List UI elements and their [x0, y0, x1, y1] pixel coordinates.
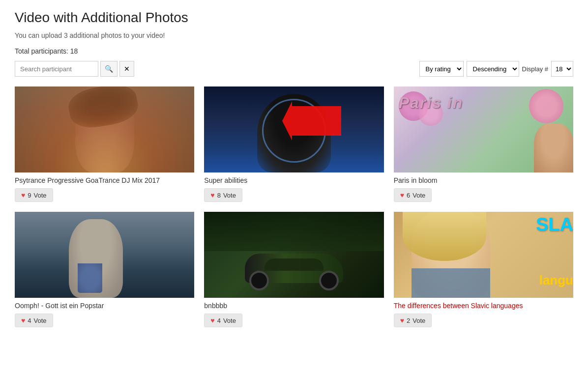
- card-4-vote-button[interactable]: ♥ 4 Vote: [15, 314, 53, 327]
- card-5-title: bnbbbb: [204, 298, 383, 312]
- order-select[interactable]: Descending Ascending: [467, 61, 519, 77]
- card-4-title: Oomph! - Gott ist ein Popstar: [15, 298, 194, 312]
- card-4: Oomph! - Gott ist ein Popstar ♥ 4 Vote: [15, 212, 194, 327]
- card-5-vote-label: Vote: [223, 317, 236, 324]
- paris-overlay-text: Paris in: [399, 94, 464, 112]
- card-5-thumbnail[interactable]: [204, 212, 383, 298]
- page-title: Video with Additional Photos: [15, 10, 573, 26]
- card-4-vote-row: ♥ 4 Vote: [15, 312, 194, 327]
- card-2-link[interactable]: Super abilities: [204, 176, 247, 184]
- card-1-vote-label: Vote: [34, 192, 47, 199]
- card-2-vote-label: Vote: [223, 192, 236, 199]
- search-button[interactable]: 🔍: [100, 61, 118, 77]
- heart-icon-2: ♥: [210, 191, 214, 199]
- filter-group: By rating By title By date Descending As…: [419, 61, 573, 77]
- red-arrow-icon: [282, 101, 341, 141]
- card-6-title: The differences between Slavic languages: [394, 298, 573, 312]
- card-3-title: Paris in bloom: [394, 172, 573, 186]
- card-1-link[interactable]: Psytrance Progressive GoaTrance DJ Mix 2…: [15, 176, 160, 184]
- total-participants: Total participants: 18: [15, 47, 573, 55]
- lang-overlay-text: langu: [539, 273, 573, 288]
- card-1-vote-row: ♥ 9 Vote: [15, 186, 194, 202]
- card-5-vote-button[interactable]: ♥ 4 Vote: [204, 314, 242, 327]
- card-6-vote-count: 2: [407, 317, 410, 324]
- card-3: Paris in Paris in bloom ♥ 6 Vote: [394, 86, 573, 202]
- svg-marker-0: [282, 101, 341, 141]
- card-2-title: Super abilities: [204, 172, 383, 186]
- card-3-vote-label: Vote: [412, 192, 425, 199]
- heart-icon-6: ♥: [400, 316, 404, 324]
- search-input[interactable]: [15, 61, 98, 77]
- card-3-vote-button[interactable]: ♥ 6 Vote: [394, 188, 432, 202]
- heart-icon-4: ♥: [21, 316, 25, 324]
- page-subtitle: You can upload 3 additional photos to yo…: [15, 31, 573, 39]
- card-2-vote-button[interactable]: ♥ 8 Vote: [204, 188, 242, 202]
- card-5-vote-row: ♥ 4 Vote: [204, 312, 383, 327]
- clear-icon: ✕: [124, 65, 130, 73]
- heart-icon-3: ♥: [400, 191, 404, 199]
- card-2-vote-count: 8: [217, 192, 221, 199]
- card-6: SLA langu The differences between Slavic…: [394, 212, 573, 327]
- clear-search-button[interactable]: ✕: [119, 61, 134, 77]
- card-4-thumbnail[interactable]: [15, 212, 194, 298]
- card-2-vote-row: ♥ 8 Vote: [204, 186, 383, 202]
- card-grid: Psytrance Progressive GoaTrance DJ Mix 2…: [15, 86, 573, 327]
- sort-select[interactable]: By rating By title By date: [419, 61, 464, 77]
- card-1-vote-count: 9: [28, 192, 31, 199]
- card-5: bnbbbb ♥ 4 Vote: [204, 212, 383, 327]
- card-1-vote-button[interactable]: ♥ 9 Vote: [15, 188, 53, 202]
- card-6-link[interactable]: The differences between Slavic languages: [394, 302, 523, 310]
- card-6-thumbnail[interactable]: SLA langu: [394, 212, 573, 298]
- card-2: Super abilities ♥ 8 Vote: [204, 86, 383, 202]
- card-6-vote-row: ♥ 2 Vote: [394, 312, 573, 327]
- card-2-thumbnail[interactable]: [204, 86, 383, 172]
- card-3-thumbnail[interactable]: Paris in: [394, 86, 573, 172]
- card-4-link[interactable]: Oomph! - Gott ist ein Popstar: [15, 302, 104, 310]
- card-3-vote-row: ♥ 6 Vote: [394, 186, 573, 202]
- controls-row: 🔍 ✕ By rating By title By date Descendin…: [15, 61, 573, 77]
- display-select[interactable]: 5 10 15 18 20: [551, 61, 573, 77]
- search-icon: 🔍: [105, 65, 113, 73]
- card-1: Psytrance Progressive GoaTrance DJ Mix 2…: [15, 86, 194, 202]
- search-group: 🔍 ✕: [15, 61, 134, 77]
- card-5-vote-count: 4: [217, 317, 221, 324]
- card-3-vote-count: 6: [407, 192, 410, 199]
- card-1-title: Psytrance Progressive GoaTrance DJ Mix 2…: [15, 172, 194, 186]
- card-6-vote-label: Vote: [412, 317, 425, 324]
- display-label: Display #: [522, 65, 548, 73]
- card-5-link[interactable]: bnbbbb: [204, 302, 227, 310]
- heart-icon-5: ♥: [210, 316, 214, 324]
- card-4-vote-count: 4: [28, 317, 31, 324]
- slay-overlay-text: SLA: [536, 214, 573, 235]
- card-4-vote-label: Vote: [34, 317, 47, 324]
- card-3-link[interactable]: Paris in bloom: [394, 176, 438, 184]
- card-1-thumbnail[interactable]: [15, 86, 194, 172]
- heart-icon-1: ♥: [21, 191, 25, 199]
- card-6-vote-button[interactable]: ♥ 2 Vote: [394, 314, 432, 327]
